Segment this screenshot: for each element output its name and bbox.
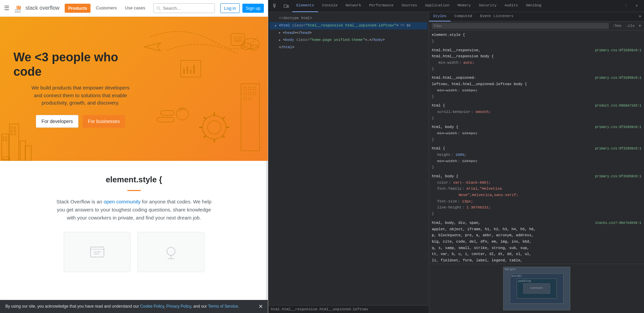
css-file-link-reset[interactable]: stacks.css?:9be7ed848:1 <box>595 220 641 226</box>
hamburger-menu-icon[interactable]: ☰ <box>4 4 9 12</box>
svg-point-61 <box>167 247 175 255</box>
for-developers-button[interactable]: For developers <box>36 115 78 128</box>
css-selector-reset-2: applet, object, iframe, h1, h2, h3, h4, … <box>432 226 641 233</box>
dom-line-doctype[interactable]: <!doctype html> <box>270 15 427 22</box>
css-close-line-5: } <box>432 137 641 143</box>
svg-rect-30 <box>241 84 259 151</box>
section-divider <box>127 190 141 191</box>
tab-audits[interactable]: Audits <box>501 0 522 12</box>
css-file-link-5[interactable]: primary.css:9f32050c0:1 <box>595 124 641 130</box>
use-cases-nav-link[interactable]: Use cases <box>122 4 148 12</box>
dom-line-head[interactable]: ▶ <head></head> <box>270 29 427 37</box>
css-file-link-3[interactable]: primary.css:9f32050c0:1 <box>595 75 641 81</box>
css-prop-scroll: scroll-behavior <box>437 109 470 115</box>
css-selector-text-2: html.html__responsive, <box>432 47 480 54</box>
svg-rect-0 <box>15 9 21 10</box>
css-close-line-2: } <box>432 66 641 72</box>
css-close-line-6: } <box>432 164 641 171</box>
svg-rect-56 <box>157 117 174 122</box>
css-hov-toggle[interactable]: :hov <box>611 23 623 29</box>
cookie-banner: By using our site, you acknowledge that … <box>0 300 268 313</box>
css-value-minwidth-1264a: 1264px; <box>462 130 477 137</box>
css-prop-line-height: height : 100%; <box>432 152 641 158</box>
inspect-element-icon[interactable] <box>271 1 280 11</box>
privacy-policy-link[interactable]: Privacy Policy <box>166 304 191 309</box>
svg-rect-35 <box>248 92 251 95</box>
svg-rect-66 <box>284 5 287 7</box>
css-prop-height: height <box>437 152 451 158</box>
so-logo[interactable]: stack overflow <box>13 3 59 13</box>
css-colon-7d: : <box>462 204 465 211</box>
css-rules: element.style { } html.html__responsive,… <box>429 30 644 264</box>
dom-body-tag: <body class="home-page unified-theme">…<… <box>283 37 385 44</box>
css-selector-reset-text-6: tt, var, b, u, i, center, dl, dt, dd, ol… <box>432 251 531 257</box>
cookie-close-button[interactable]: ✕ <box>258 303 263 310</box>
css-selector-text: element.style { <box>432 32 465 38</box>
svg-rect-20 <box>3 157 10 160</box>
svg-rect-7 <box>3 137 4 138</box>
css-selector-reset-6: tt, var, b, u, i, center, dl, dt, dd, ol… <box>432 251 641 257</box>
customers-nav-link[interactable]: Customers <box>93 4 120 12</box>
devtools-more-button[interactable]: ⋮ <box>622 2 631 9</box>
tab-omnibug[interactable]: Omnibug <box>522 0 545 12</box>
login-button[interactable]: Log in <box>220 3 239 13</box>
tab-elements[interactable]: Elements <box>292 0 318 12</box>
css-tab-computed[interactable]: Computed <box>451 12 476 21</box>
css-close-brace-4: } <box>432 115 434 122</box>
search-input[interactable] <box>153 3 215 13</box>
css-file-link-6[interactable]: primary.css:9f32050c0:1 <box>595 146 641 151</box>
svg-rect-36 <box>253 92 256 95</box>
dom-breadcrumb: html.html__responsive.html__unpinned-lef… <box>268 305 429 313</box>
tab-network[interactable]: Network <box>342 0 365 12</box>
tab-application[interactable]: Application <box>421 0 454 12</box>
tab-performance[interactable]: Performance <box>365 0 398 12</box>
css-cls-toggle[interactable]: .cls <box>624 23 636 29</box>
dom-triangle-html: ▶ <box>275 23 279 28</box>
open-community-link[interactable]: open community <box>104 199 140 204</box>
device-toggle-icon[interactable] <box>282 1 291 11</box>
css-rule-height-100: html { primary.css:9f32050c0:1 height : … <box>432 145 641 171</box>
css-filter-input[interactable] <box>432 23 609 29</box>
css-prop-name-lineheight: line-height <box>437 204 462 211</box>
css-value-fontsize: 13px; <box>462 198 473 205</box>
css-file-link-4[interactable]: product.css:080da7193:1 <box>595 103 641 109</box>
hero-decorations <box>134 17 268 161</box>
signup-button[interactable]: Sign up <box>242 4 264 13</box>
main-content: element.style { Stack Overflow is an ope… <box>0 161 268 313</box>
css-value-height: 100%; <box>455 152 466 158</box>
devtools-settings-icon[interactable]: ✕ <box>632 1 641 11</box>
css-file-link-2[interactable]: primary.css:9f32050c0:1 <box>595 48 641 53</box>
svg-rect-1 <box>15 11 21 11</box>
box-model: margin border padding content <box>429 264 644 313</box>
css-tabs-more-button[interactable]: » <box>636 14 644 19</box>
css-colon: : <box>459 60 461 66</box>
cards-row <box>64 232 204 272</box>
css-add-rule-button[interactable]: + <box>639 23 641 29</box>
css-prop-value-3: 1100px; <box>462 87 477 94</box>
css-prop-color: color : var(--black-800); <box>432 180 641 186</box>
dom-line-html[interactable]: ▶ <html class="html__responsive html__un… <box>270 22 427 29</box>
cookie-policy-link[interactable]: Cookie Policy <box>140 304 164 309</box>
dom-line-html-close[interactable]: </html> <box>270 44 427 51</box>
css-tab-styles[interactable]: Styles <box>429 12 451 21</box>
tab-security[interactable]: Security <box>475 0 501 12</box>
devtools-panel: Elements Console Network Performance Sou… <box>268 0 644 313</box>
svg-point-28 <box>241 43 251 50</box>
svg-rect-31 <box>244 87 246 90</box>
svg-point-21 <box>3 159 5 161</box>
svg-line-48 <box>204 135 206 138</box>
so-navbar: ☰ stack overflow Products Customers Use … <box>0 0 268 17</box>
css-prop-font-size: font-size : 13px; <box>432 198 641 205</box>
tab-memory[interactable]: Memory <box>454 0 475 12</box>
tos-link[interactable]: Terms of Service <box>208 304 238 309</box>
css-selector-reset-text-4: big, cite, code, del, dfn, em, img, ins,… <box>432 239 531 245</box>
dom-line-body[interactable]: ▶ <body class="home-page unified-theme">… <box>270 37 427 44</box>
tab-console[interactable]: Console <box>318 0 342 12</box>
cookie-text-4: . <box>238 304 239 309</box>
dom-html-tag: <html class="html__responsive html__unpi… <box>279 22 399 29</box>
tab-sources[interactable]: Sources <box>398 0 421 12</box>
products-nav-button[interactable]: Products <box>65 4 90 13</box>
css-tab-event-listeners[interactable]: Event Listeners <box>476 12 517 21</box>
for-businesses-button[interactable]: For businesses <box>82 115 125 128</box>
css-file-link-7[interactable]: primary.css:9f32050c0:1 <box>595 174 641 179</box>
